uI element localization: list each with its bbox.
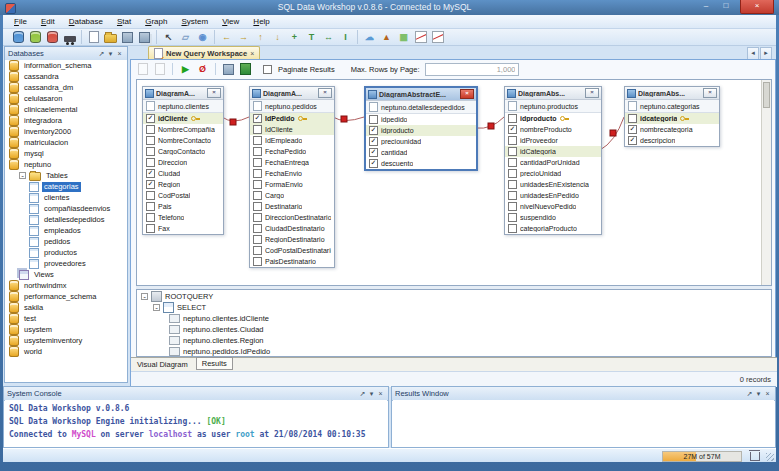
field-row-suspendido[interactable]: suspendido — [505, 212, 601, 223]
field-row-fechaentrega[interactable]: FechaEntrega — [250, 157, 334, 168]
field-checkbox[interactable]: ✓ — [146, 180, 155, 189]
tab-results[interactable]: Results — [196, 357, 233, 370]
export-excel-icon[interactable] — [238, 62, 253, 76]
field-row-formaenvio[interactable]: FormaEnvio — [250, 179, 334, 190]
field-row-nombreproducto[interactable]: ✓nombreProducto — [505, 124, 601, 135]
close-console-icon[interactable]: × — [376, 388, 385, 399]
field-checkbox[interactable] — [253, 136, 262, 145]
field-checkbox[interactable] — [253, 235, 262, 244]
field-checkbox[interactable] — [146, 136, 155, 145]
maximize-button[interactable]: □ — [717, 0, 735, 13]
field-checkbox[interactable] — [253, 257, 262, 266]
field-row-nombrecontacto[interactable]: NombreContacto — [143, 135, 223, 146]
query-node-rootquery[interactable]: -ROOTQUERY — [137, 291, 771, 302]
field-checkbox[interactable]: ✓ — [369, 159, 378, 168]
table-window-close-button[interactable]: × — [318, 88, 332, 98]
field-checkbox[interactable] — [508, 169, 517, 178]
field-row-nivelnuevopedido[interactable]: nivelNuevoPedido — [505, 201, 601, 212]
save-icon[interactable] — [120, 30, 135, 44]
field-checkbox[interactable] — [508, 136, 517, 145]
tree-item-pedidos[interactable]: pedidos — [5, 236, 127, 247]
field-row-telefono[interactable]: Telefono — [143, 212, 223, 223]
max-rows-input[interactable] — [425, 63, 519, 76]
field-row-preciounidad[interactable]: ✓preciounidad — [366, 136, 476, 147]
tree-item-integradora[interactable]: integradora — [5, 115, 127, 126]
field-checkbox[interactable] — [508, 224, 517, 233]
tree-item-world[interactable]: world — [5, 346, 127, 357]
tree-item-usysteminventory[interactable]: usysteminventory — [5, 335, 127, 346]
table-window-titlebar[interactable]: DiagramA...× — [143, 87, 223, 100]
stop-query-button[interactable]: Ø — [195, 62, 210, 76]
field-row-fechapedido[interactable]: FechaPedido — [250, 146, 334, 157]
tree-item-performance-schema[interactable]: performance_schema — [5, 291, 127, 302]
table-window-titlebar[interactable]: DiagramAbs...× — [505, 87, 601, 100]
tab-new-query-workspace[interactable]: New Query Workspace × — [148, 46, 260, 59]
db-disconnect-icon[interactable] — [45, 30, 60, 44]
match-height-icon[interactable]: I — [338, 30, 353, 44]
field-checkbox[interactable] — [253, 224, 262, 233]
tree-item-cassandra-dm[interactable]: cassandra_dm — [5, 82, 127, 93]
field-checkbox[interactable]: ✓ — [369, 137, 378, 146]
field-row-ciudaddestinatario[interactable]: CiudadDestinatario — [250, 223, 334, 234]
cloud-export-icon[interactable]: ☁ — [362, 30, 377, 44]
tree-item-cassandra[interactable]: cassandra — [5, 71, 127, 82]
menu-item-system[interactable]: System — [174, 15, 215, 28]
field-row-fechaenvio[interactable]: FechaEnvio — [250, 168, 334, 179]
tree-item-neptuno[interactable]: neptuno — [5, 159, 127, 170]
diagram-tool-icon[interactable]: ◉ — [195, 30, 210, 44]
field-row-direcciondestinatario[interactable]: DireccionDestinatario — [250, 212, 334, 223]
match-width-icon[interactable]: ↔ — [321, 30, 336, 44]
import-icon[interactable]: ▲ — [379, 30, 394, 44]
field-row-paisdestinatario[interactable]: PaisDestinatario — [250, 256, 334, 267]
field-row-cantidadporunidad[interactable]: cantidadPorUnidad — [505, 157, 601, 168]
tree-item-mysql[interactable]: mysql — [5, 148, 127, 159]
menu-item-edit[interactable]: Edit — [34, 15, 62, 28]
center-horizontal-icon[interactable]: + — [287, 30, 302, 44]
relationship-node-1[interactable] — [230, 119, 236, 125]
menu-item-file[interactable]: File — [7, 15, 34, 28]
shape-tool-icon[interactable]: ▱ — [178, 30, 193, 44]
field-row-idpedido[interactable]: idpedido — [366, 114, 476, 125]
align-bottom-icon[interactable]: ↓ — [270, 30, 285, 44]
tree-item-sakila[interactable]: sakila — [5, 302, 127, 313]
query-column[interactable]: neptuno.clientes.Ciudad — [137, 324, 771, 335]
field-row-idcliente[interactable]: ✓idCliente — [143, 113, 223, 124]
field-checkbox[interactable]: ✓ — [146, 114, 155, 123]
new-file-icon[interactable] — [86, 30, 101, 44]
field-checkbox[interactable] — [253, 147, 262, 156]
field-checkbox[interactable] — [146, 158, 155, 167]
field-checkbox[interactable]: ✓ — [628, 125, 637, 134]
close-results-icon[interactable]: × — [763, 388, 772, 399]
table-window-titlebar[interactable]: DiagramA...× — [250, 87, 334, 100]
field-row-ciudad[interactable]: ✓Ciudad — [143, 168, 223, 179]
table-window-clientes[interactable]: DiagramA...×neptuno.clientes✓idClienteNo… — [142, 86, 224, 235]
tree-item-clinicaelemental[interactable]: clinicaelemental — [5, 104, 127, 115]
align-right-icon[interactable]: → — [236, 30, 251, 44]
tree-item-clientes[interactable]: clientes — [5, 192, 127, 203]
tree-item-categorias[interactable]: categorias — [5, 181, 127, 192]
field-checkbox[interactable]: ✓ — [146, 169, 155, 178]
table-window-detallesdepedidos[interactable]: DiagramAbstractE...×neptuno.detallesdepe… — [364, 86, 478, 171]
field-row-idempleado[interactable]: IdEmpleado — [250, 135, 334, 146]
field-row-descuento[interactable]: ✓descuento — [366, 158, 476, 169]
table-window-pedidos[interactable]: DiagramA...×neptuno.pedidos✓IdPedidoIdCl… — [249, 86, 335, 268]
field-checkbox[interactable] — [369, 115, 378, 124]
field-checkbox[interactable] — [253, 125, 262, 134]
field-checkbox[interactable]: ✓ — [369, 148, 378, 157]
query-column[interactable]: neptuno.clientes.Region — [137, 335, 771, 346]
field-checkbox[interactable] — [508, 158, 517, 167]
menu-item-view[interactable]: View — [215, 15, 246, 28]
db-refresh-icon[interactable] — [28, 30, 43, 44]
tree-item-inventory2000[interactable]: inventory2000 — [5, 126, 127, 137]
tree-expander-icon[interactable]: - — [141, 293, 148, 300]
tree-item-matriculacion[interactable]: matriculacion — [5, 137, 127, 148]
save-all-icon[interactable] — [137, 30, 152, 44]
tree-item-empleados[interactable]: empleados — [5, 225, 127, 236]
resize-grip-icon[interactable] — [766, 453, 774, 461]
field-checkbox[interactable] — [253, 180, 262, 189]
table-window-close-button[interactable]: × — [703, 88, 717, 98]
tab-visual-diagram[interactable]: Visual Diagram — [137, 360, 188, 369]
float-panel-icon[interactable]: ↗ — [97, 48, 106, 59]
tree-item-usystem[interactable]: usystem — [5, 324, 127, 335]
image-export-icon[interactable]: ▦ — [396, 30, 411, 44]
